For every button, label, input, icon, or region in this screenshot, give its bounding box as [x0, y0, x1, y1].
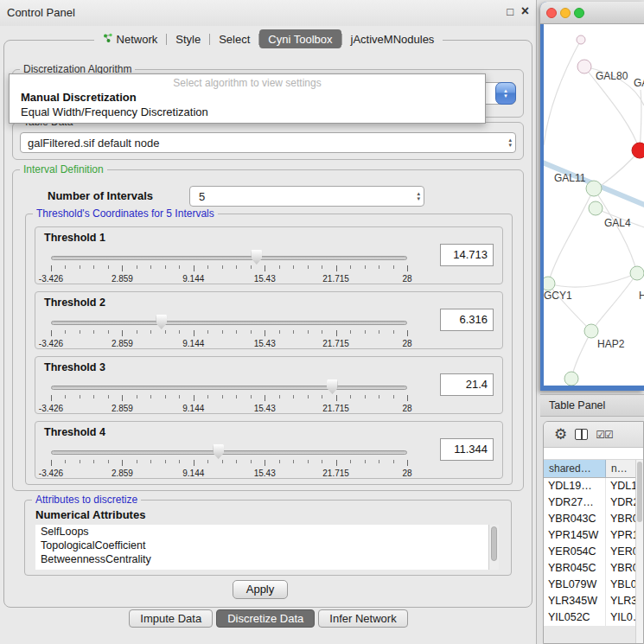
table-cell-shared-name[interactable]: YDL19…: [544, 478, 606, 494]
minimize-traffic-light-icon[interactable]: [560, 8, 571, 18]
scale-label: 15.43: [254, 469, 276, 478]
tab-infer-network[interactable]: Infer Network: [318, 609, 407, 628]
slider-thumb[interactable]: [213, 444, 224, 459]
table-row[interactable]: YBL079WYBL0…: [544, 577, 643, 593]
threshold-slider[interactable]: -3.4262.8599.14415.4321.71528: [51, 443, 407, 479]
threshold-value-field[interactable]: 21.4: [440, 373, 494, 396]
slider-track[interactable]: [51, 386, 407, 390]
slider-thumb[interactable]: [156, 315, 167, 329]
column-header-shared-name[interactable]: shared…: [544, 460, 606, 477]
table-row[interactable]: YDR27…YDR2…: [544, 494, 643, 511]
float-window-icon[interactable]: □: [507, 5, 513, 18]
attributes-scrollbar[interactable]: [488, 525, 499, 570]
columns-icon[interactable]: [575, 429, 588, 440]
table-cell-shared-name[interactable]: YIL052C: [544, 609, 606, 626]
table-panel-title: Table Panel: [549, 399, 605, 411]
tab-discretize-data[interactable]: Discretize Data: [216, 609, 315, 628]
table-row[interactable]: YPR145WYPR1…: [544, 527, 643, 544]
top-tab-bar: NetworkStyleSelectCyni ToolboxjActiveMNo…: [0, 29, 537, 48]
tab-label: Cyni Toolbox: [268, 33, 332, 46]
network-node[interactable]: [577, 60, 591, 73]
table-row[interactable]: YLR345WYLR3…: [544, 593, 643, 609]
tab-jactivemnodules[interactable]: jActiveMNodules: [342, 29, 443, 48]
numerical-attributes-label: Numerical Attributes: [35, 508, 145, 521]
table-cell-shared-name[interactable]: YBL079W: [544, 577, 606, 593]
dropdown-item[interactable]: Equal Width/Frequency Discretization: [10, 105, 485, 119]
threshold-value-field[interactable]: 6.316: [440, 309, 494, 331]
threshold-slider[interactable]: -3.4262.8599.14415.4321.71528: [51, 378, 407, 414]
close-icon[interactable]: ×: [521, 3, 529, 19]
zoom-traffic-light-icon[interactable]: [574, 8, 584, 18]
combo-stepper-icon[interactable]: ▴▾: [417, 187, 420, 206]
table-spacer: [544, 448, 643, 460]
slider-thumb[interactable]: [251, 250, 262, 265]
dropdown-item[interactable]: Manual Discretization: [10, 90, 485, 105]
slider-track[interactable]: [51, 321, 407, 325]
threshold-block: Threshold 4-3.4262.8599.14415.4321.71528…: [35, 421, 503, 479]
network-node[interactable]: [584, 324, 598, 338]
network-node[interactable]: [632, 143, 644, 158]
attribute-list-item[interactable]: TopologicalCoefficient: [35, 539, 499, 552]
threshold-slider[interactable]: -3.4262.8599.14415.4321.71528: [51, 313, 407, 349]
scale-label: 15.43: [254, 339, 276, 348]
table-cell-shared-name[interactable]: YER054C: [544, 544, 606, 560]
scale-label: 28: [402, 404, 411, 413]
network-edge[interactable]: [548, 188, 594, 284]
scale-label: 28: [402, 469, 411, 478]
network-node[interactable]: [589, 201, 603, 215]
table-cell-shared-name[interactable]: YBR043C: [544, 511, 606, 527]
number-of-intervals-combobox[interactable]: 5 ▴▾: [189, 186, 424, 207]
network-node[interactable]: [630, 266, 644, 280]
network-edge[interactable]: [597, 150, 640, 188]
network-edge[interactable]: [591, 273, 637, 331]
table-cell-shared-name[interactable]: YBR045C: [544, 560, 606, 577]
table-row[interactable]: YER054CYER0…: [544, 544, 643, 560]
close-traffic-light-icon[interactable]: [546, 8, 557, 18]
network-node[interactable]: [564, 372, 578, 386]
table-data-combobox[interactable]: galFiltered.sif default node ▴▾: [20, 132, 516, 153]
table-cell-shared-name[interactable]: YLR345W: [544, 593, 606, 609]
table-row[interactable]: YIL052CYIL0…: [544, 609, 643, 626]
slider-track[interactable]: [51, 256, 407, 260]
tab-select[interactable]: Select: [210, 29, 258, 48]
network-node[interactable]: [577, 35, 585, 44]
threshold-value-field[interactable]: 14.713: [440, 244, 494, 266]
attribute-list-item[interactable]: SelfLoops: [35, 525, 499, 539]
tab-impute-data[interactable]: Impute Data: [129, 609, 213, 628]
network-edge[interactable]: [548, 273, 637, 287]
threshold-slider[interactable]: -3.4262.8599.14415.4321.71528: [51, 248, 407, 284]
scale-label: -3.426: [39, 404, 63, 413]
tab-style[interactable]: Style: [167, 29, 209, 48]
apply-button[interactable]: Apply: [233, 580, 288, 599]
table-scrollbar[interactable]: [635, 460, 643, 643]
combo-stepper-icon[interactable]: ▲▼: [495, 82, 516, 105]
network-edge[interactable]: [544, 40, 581, 145]
slider-thumb[interactable]: [327, 379, 338, 394]
network-graph[interactable]: GAL80GAGAL11GAL4GCY1HHAP2: [544, 24, 644, 386]
scrollbar-thumb[interactable]: [637, 462, 642, 522]
interval-definition-group: Interval Definition Number of Intervals …: [12, 169, 524, 491]
attributes-list[interactable]: SelfLoopsTopologicalCoefficientBetweenne…: [35, 525, 499, 570]
network-node[interactable]: [544, 277, 555, 290]
network-canvas[interactable]: GAL80GAGAL11GAL4GCY1HHAP2: [544, 24, 644, 386]
slider-scale-labels: -3.4262.8599.14415.4321.71528: [51, 469, 407, 479]
network-edge[interactable]: [571, 331, 591, 379]
select-columns-icon[interactable]: ☑☑: [596, 430, 613, 440]
scale-label: -3.426: [39, 274, 63, 284]
gear-icon[interactable]: ⚙: [554, 427, 567, 442]
number-of-intervals-value: 5: [199, 187, 205, 206]
tab-cyni-toolbox[interactable]: Cyni Toolbox: [259, 29, 341, 48]
combo-stepper-icon[interactable]: ▴▾: [508, 133, 512, 152]
table-cell-shared-name[interactable]: YPR145W: [544, 527, 606, 544]
threshold-value-field[interactable]: 11.344: [440, 438, 494, 461]
table-cell-shared-name[interactable]: YDR27…: [544, 494, 606, 511]
attributes-group: Attributes to discretize Numerical Attri…: [24, 500, 512, 576]
slider-track[interactable]: [51, 450, 407, 455]
table-row[interactable]: YBR043CYBR0…: [544, 511, 643, 527]
tab-network[interactable]: Network: [94, 29, 167, 48]
network-node[interactable]: [586, 181, 602, 196]
table-row[interactable]: YBR045CYBR0…: [544, 560, 643, 577]
table-row[interactable]: YDL19…YDL1…: [544, 478, 643, 494]
attribute-list-item[interactable]: BetweennessCentrality: [35, 552, 499, 566]
scrollbar-thumb[interactable]: [491, 526, 497, 561]
